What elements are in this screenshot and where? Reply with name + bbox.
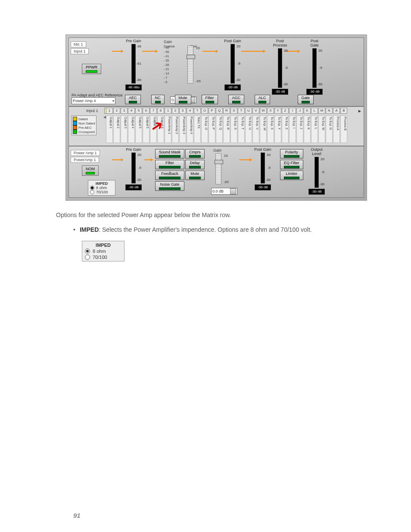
matrix-head-cell[interactable]: W (260, 108, 267, 114)
matrix-head-cell[interactable]: V (252, 108, 259, 114)
power-amp-panel: Power Amp 1 PowerAmp 1 NOM IMPED 8 ohm 7… (68, 146, 364, 198)
matrix-head-cell[interactable]: 3 (121, 108, 128, 114)
out-mute-button[interactable]: Mute (185, 171, 205, 180)
out-gain-spinner[interactable]: 0.0 dB (211, 188, 237, 195)
input-channel-panel: Mic 1 Input 1 PPWR Pre Gain-36-61-86-86 … (68, 37, 364, 106)
soundmask-button[interactable]: Sound Mask (155, 149, 184, 159)
matrix-head-cell[interactable]: 5 (135, 108, 142, 114)
mic-label: Mic 1 (71, 41, 86, 47)
matrix-head-cell[interactable]: 2 (172, 108, 179, 114)
imped-lg-8ohm-radio[interactable] (85, 249, 90, 254)
matrix-col-label: To Exp. O (201, 115, 208, 143)
matrix-head-cell[interactable]: S (230, 108, 237, 114)
matrix-col-label: To Exp. Q (216, 115, 223, 143)
matrix-head-cell[interactable]: 8 (157, 108, 164, 114)
noisegate-button[interactable]: Noise Gate (155, 181, 184, 191)
matrix-head-cell[interactable]: J (296, 108, 303, 114)
mute-button[interactable]: Mute (175, 95, 191, 104)
matrix-head-cell[interactable]: P (209, 108, 215, 114)
filter-button[interactable]: Filter (202, 95, 218, 104)
out-post-gain-meter: Post Gain20-5-30-30 dB (254, 147, 271, 190)
feedback-button[interactable]: Feedback (155, 171, 184, 180)
cmprs-button[interactable]: Cmprs (185, 149, 205, 159)
matrix-col-label: Output 3 (121, 115, 128, 143)
flow-arrow (112, 51, 123, 52)
matrix-head-cell[interactable]: T (194, 108, 201, 114)
matrix-col-label: To Exp. Z (282, 115, 289, 143)
fine-gain-slider[interactable]: 20-65 (187, 46, 193, 84)
matrix-head-cell[interactable]: I (289, 108, 296, 114)
out-gain-slider[interactable]: 20 -65 (215, 153, 221, 184)
matrix-head-cell[interactable]: R (223, 108, 230, 114)
matrix-head-cell[interactable]: 7 (150, 108, 157, 114)
imped-70100-radio[interactable] (90, 190, 94, 194)
imped-8ohm-radio[interactable] (90, 186, 94, 190)
matrix-head-cell[interactable]: 4 (187, 108, 193, 114)
matrix-col-label: To Exp. P (209, 115, 215, 143)
dsp-button-row: AEC NC Mute Filter AGC ALC Gate (125, 95, 359, 104)
matrix-head-cell[interactable]: O (201, 108, 208, 114)
imped-group: IMPED 8 ohm 70/100 (88, 180, 115, 196)
flow-arrow (202, 51, 218, 52)
matrix-head-cell[interactable]: N (326, 108, 333, 114)
agc-button[interactable]: AGC (228, 95, 245, 104)
matrix-columns: Output 1Output 2Output 3Output 4Output 5… (106, 115, 361, 143)
aec-button[interactable]: AEC (125, 95, 141, 104)
nc-button[interactable]: NC (151, 95, 165, 104)
gate-button[interactable]: Gate (298, 95, 314, 104)
matrix-col-label: To Exp. Y (274, 115, 281, 143)
ppwr-button[interactable]: PPWR (82, 64, 101, 74)
matrix-head-cell[interactable]: L (311, 108, 318, 114)
imped-lg-70100-radio[interactable] (85, 255, 90, 260)
polarity-button[interactable]: Polarity (280, 149, 303, 159)
gain-section: GainCoarseFine - 56- 50- 41- 35- 28- 21-… (164, 40, 211, 48)
matrix-col-label: Process B (340, 115, 347, 143)
matrix-row: Input 1 0 0 0 ◄ ► 123456781234TOPQRSTUVW… (68, 106, 364, 146)
matrix-head-cell[interactable]: 1 (165, 108, 171, 114)
matrix-col-label: Output 2 (113, 115, 120, 143)
matrix-head-cell[interactable]: A (333, 108, 340, 114)
flow-arrow (112, 159, 123, 160)
imped-closeup: IMPED 8 ohm 70/100 (82, 241, 125, 261)
matrix-head-cell[interactable]: B (340, 108, 347, 114)
matrix-head-cell[interactable]: K (304, 108, 311, 114)
out-dsp-col3: Polarity EQ Filter Limiter (280, 149, 303, 180)
matrix-head-cell[interactable]: 2 (113, 108, 120, 114)
delay-button[interactable]: Delay (185, 160, 205, 169)
matrix-col-label: Output 6 (143, 115, 149, 143)
matrix-head-cell[interactable]: 4 (128, 108, 135, 114)
gain-coarse-ticks: - 56- 50- 41- 35- 28- 21- 14- 7- 0 (164, 46, 169, 84)
matrix-head-cell[interactable]: 6 (143, 108, 149, 114)
matrix-col-label: To Exp. V (252, 115, 259, 143)
matrix-head-cell[interactable]: Y (274, 108, 281, 114)
matrix-head-cell[interactable]: Z (282, 108, 289, 114)
limiter-button[interactable]: Limiter (280, 171, 303, 180)
matrix-col-label: To Exp. S (230, 115, 237, 143)
out-dsp-col2: Cmprs Delay Mute (185, 149, 205, 180)
alc-button[interactable]: ALC (255, 95, 270, 104)
mixer-screenshot: Mic 1 Input 1 PPWR Pre Gain-36-61-86-86 … (65, 34, 367, 201)
out-pre-gain-meter: Pre Gain20-5-30-30 dB (125, 147, 142, 195)
matrix-col-label: To Exp. N (326, 115, 333, 143)
matrix-col-label: To Exp. T (238, 115, 245, 143)
matrix-col-label: PowerAmp 1 (165, 115, 171, 143)
matrix-col-label: To Exp. J (296, 115, 303, 143)
pa-input-label: PowerAmp 1 (71, 157, 99, 163)
eqfilter-button[interactable]: EQ Filter (280, 160, 303, 169)
matrix-head-cell[interactable]: X (267, 108, 274, 114)
pa-ref-combo[interactable]: Power Amp 4 (72, 97, 115, 104)
nom-button[interactable]: NOM (82, 165, 99, 176)
flow-arrow (239, 159, 252, 160)
post-process-meter: Post Process20-5-30-30 dB (271, 39, 289, 95)
flow-arrow (142, 51, 158, 52)
input-label: Input 1 (71, 48, 89, 54)
matrix-head-cell[interactable]: U (245, 108, 252, 114)
out-filter-button[interactable]: Filter (155, 160, 184, 169)
matrix-head-cell[interactable]: M (318, 108, 325, 114)
matrix-head-cell[interactable]: 3 (179, 108, 186, 114)
matrix-head-cell[interactable]: T (238, 108, 245, 114)
matrix-head-cell[interactable]: Q (216, 108, 223, 114)
matrix-head-cell[interactable]: 1 (106, 108, 113, 114)
output-level-meter: Output Level20-5-30-30 dB (308, 147, 325, 195)
matrix-col-label: Telco TX (194, 115, 201, 143)
